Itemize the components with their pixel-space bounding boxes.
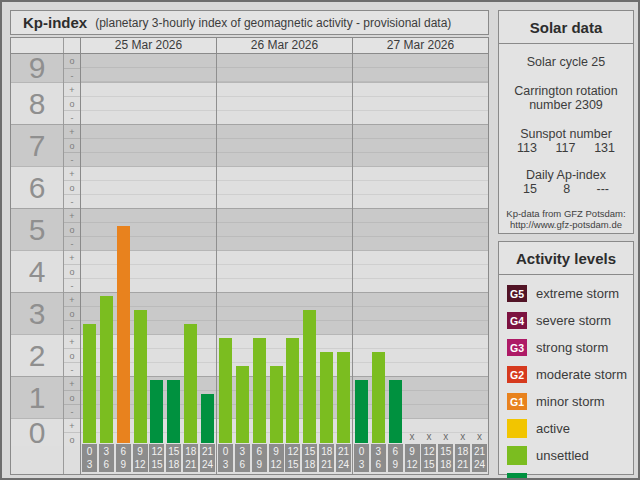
day-group: 0336699121215151818212124 xyxy=(81,54,216,474)
time-start: 21 xyxy=(472,445,487,458)
time-range-label: 69 xyxy=(252,444,267,472)
time-start: 15 xyxy=(438,445,453,458)
bar-slot: 2124 xyxy=(335,54,352,474)
missing-data-mark: x xyxy=(477,431,482,443)
y-axis-tick: + xyxy=(64,82,80,96)
legend-label: unsettled xyxy=(536,448,589,463)
y-axis-number: 0 xyxy=(11,418,63,446)
bar-slot: 1821 xyxy=(182,54,199,474)
solar-cycle-line: Solar cycle 25 xyxy=(499,55,633,69)
time-start: 3 xyxy=(235,445,250,458)
bar-slot: 2124 xyxy=(199,54,216,474)
y-axis-numbers: 9876543210 xyxy=(11,54,64,474)
y-axis-tick: + xyxy=(64,334,80,348)
y-axis-tick: - xyxy=(64,152,80,166)
legend-label: strong storm xyxy=(536,340,608,355)
kp-bar xyxy=(184,324,197,443)
sunspot-value: 117 xyxy=(556,141,576,155)
bar-slot: 1821 xyxy=(318,54,335,474)
chart-title-bar: Kp-index (planetary 3-hourly index of ge… xyxy=(10,10,489,35)
time-range-label: 2124 xyxy=(200,444,215,472)
y-axis-tick: + xyxy=(64,124,80,138)
y-axis-number: 6 xyxy=(11,166,63,208)
day-group: 0336699121215151818212124 xyxy=(216,54,352,474)
time-end: 6 xyxy=(99,458,114,471)
legend-row-moderate_storm: G2moderate storm xyxy=(507,361,633,388)
date-label: 27 Mar 2026 xyxy=(352,38,488,53)
time-start: 18 xyxy=(183,445,198,458)
time-end: 21 xyxy=(319,458,334,471)
time-range-label: 1215 xyxy=(421,444,436,472)
ap-values: 158--- xyxy=(499,182,633,196)
time-range-label: 912 xyxy=(269,444,284,472)
solar-data-panel: Solar data Solar cycle 25 Carrington rot… xyxy=(498,10,634,234)
bar-slot: 69 xyxy=(387,54,404,474)
page-title: Kp-index xyxy=(23,14,87,31)
legend-label: moderate storm xyxy=(536,367,627,382)
y-axis-tick: + xyxy=(64,166,80,180)
sunspot-values: 113117131 xyxy=(499,141,633,155)
y-axis-tick: - xyxy=(64,236,80,250)
time-end: 3 xyxy=(82,458,97,471)
time-start: 9 xyxy=(405,445,420,458)
time-start: 0 xyxy=(354,445,369,458)
time-end: 12 xyxy=(133,458,148,471)
time-range-label: 1215 xyxy=(285,444,300,472)
ap-value: 15 xyxy=(523,182,537,196)
legend-swatch-unsettled xyxy=(507,446,527,465)
legend-row-unsettled: unsettled xyxy=(507,442,633,469)
page-subtitle: (planetary 3-hourly index of geomagnetic… xyxy=(95,16,451,30)
time-start: 21 xyxy=(200,445,215,458)
bar-slot: 03 xyxy=(217,54,234,474)
time-start: 6 xyxy=(116,445,131,458)
legend-swatch-severe_storm: G4 xyxy=(507,312,527,329)
y-axis-tick: o xyxy=(64,390,80,404)
time-range-label: 03 xyxy=(82,444,97,472)
missing-data-mark: x xyxy=(460,431,465,443)
bar-slot: x1518 xyxy=(437,54,454,474)
kp-bar xyxy=(134,310,147,443)
kp-bar xyxy=(100,296,113,443)
y-axis-tick: + xyxy=(64,250,80,264)
y-axis-tick: o xyxy=(64,222,80,236)
y-axis-tick: o xyxy=(64,432,80,446)
time-range-label: 2124 xyxy=(472,444,487,472)
legend-swatch-minor_storm: G1 xyxy=(507,393,527,410)
ap-value: 8 xyxy=(563,182,570,196)
kp-bar xyxy=(270,366,283,443)
y-axis-number: 7 xyxy=(11,124,63,166)
ap-value: --- xyxy=(596,182,609,196)
y-axis-tick: o xyxy=(64,180,80,194)
time-start: 3 xyxy=(99,445,114,458)
y-axis-tick: o xyxy=(64,306,80,320)
time-end: 15 xyxy=(285,458,300,471)
y-axis-number: 1 xyxy=(11,376,63,418)
y-axis-tick: o xyxy=(64,264,80,278)
time-range-label: 1215 xyxy=(149,444,164,472)
legend-label: minor storm xyxy=(536,394,605,409)
bar-slot: 36 xyxy=(234,54,251,474)
sunspot-label: Sunspot number xyxy=(499,127,633,141)
time-end: 3 xyxy=(354,458,369,471)
legend-swatch-moderate_storm: G2 xyxy=(507,366,527,383)
legend-label: quiet xyxy=(536,475,564,480)
y-axis-tick-labels: o-+o-+o-+o-+o-+o-+o-+o-+o-+o xyxy=(64,54,81,474)
y-axis-tick: + xyxy=(64,376,80,390)
time-end: 24 xyxy=(472,458,487,471)
kp-bar xyxy=(150,380,163,443)
y-axis-tick: + xyxy=(64,208,80,222)
time-range-label: 1518 xyxy=(166,444,181,472)
time-start: 12 xyxy=(285,445,300,458)
legend-swatch-extreme_storm: G5 xyxy=(507,285,527,302)
sunspot-value: 131 xyxy=(594,141,615,155)
legend-swatch-quiet xyxy=(507,473,527,480)
activity-levels-title: Activity levels xyxy=(499,242,633,275)
missing-data-mark: x xyxy=(443,431,448,443)
y-axis-tick: o xyxy=(64,138,80,152)
y-axis-tick: + xyxy=(64,292,80,306)
day-group: 033669x912x1215x1518x1821x2124 xyxy=(352,54,488,474)
time-end: 18 xyxy=(438,458,453,471)
bar-slot: 36 xyxy=(98,54,115,474)
bar-slot: 1518 xyxy=(165,54,182,474)
axis-corner-ticks xyxy=(64,38,81,53)
